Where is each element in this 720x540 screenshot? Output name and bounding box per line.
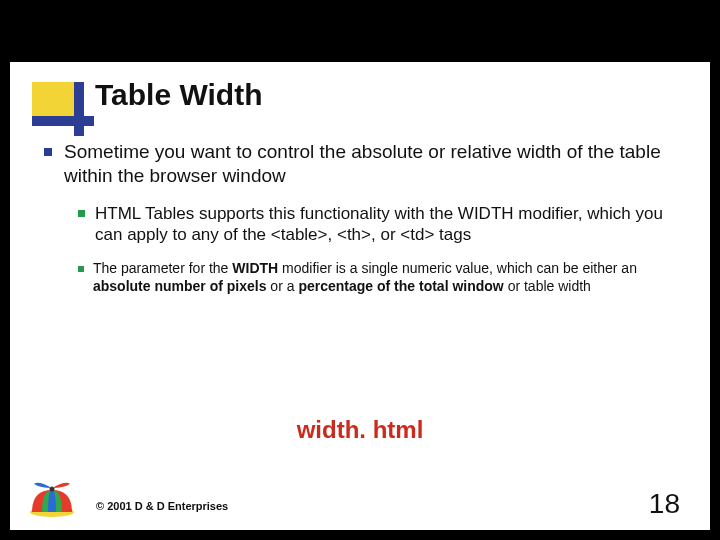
- propeller-hat-icon: [28, 476, 76, 518]
- page-number: 18: [649, 488, 680, 520]
- bullet-square-icon: [44, 148, 52, 156]
- text-run-bold: absolute number of pixels: [93, 278, 266, 294]
- bullet-level-3: The parameter for the WIDTH modifier is …: [78, 260, 684, 296]
- decoration-blue-vertical: [74, 82, 84, 136]
- bullet-level-2-text: HTML Tables supports this functionality …: [95, 203, 684, 247]
- copyright-text: © 2001 D & D Enterprises: [96, 500, 228, 512]
- text-run: The parameter for the: [93, 260, 232, 276]
- text-run: modifier is a single numeric value, whic…: [278, 260, 637, 276]
- bullet-level-1: Sometime you want to control the absolut…: [44, 140, 684, 189]
- decoration-yellow-block: [32, 82, 74, 116]
- slide-title: Table Width: [95, 78, 263, 112]
- bullet-square-icon: [78, 266, 84, 272]
- bullet-level-3-text: The parameter for the WIDTH modifier is …: [93, 260, 684, 296]
- slide: Table Width Sometime you want to control…: [10, 62, 710, 530]
- text-run: or a: [266, 278, 298, 294]
- text-run-bold: WIDTH: [232, 260, 278, 276]
- example-link: width. html: [10, 416, 710, 444]
- text-run-bold: percentage of the total window: [298, 278, 503, 294]
- bullet-square-icon: [78, 210, 85, 217]
- text-run: or table width: [504, 278, 591, 294]
- decoration-blue-horizontal: [32, 116, 94, 126]
- bullet-level-1-text: Sometime you want to control the absolut…: [64, 140, 684, 189]
- bullet-level-2: HTML Tables supports this functionality …: [78, 203, 684, 247]
- content-area: Sometime you want to control the absolut…: [44, 140, 684, 296]
